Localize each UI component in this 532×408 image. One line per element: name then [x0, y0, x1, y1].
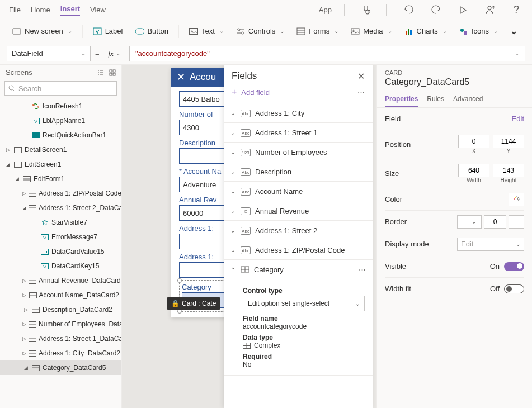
- tree-item-label: Address 1: Street 2_DataCar: [39, 204, 121, 212]
- tree-item[interactable]: IconRefresh1: [0, 99, 121, 113]
- tree-item[interactable]: ▷Number of Employees_Data: [0, 317, 121, 331]
- more-icon[interactable]: ⋯: [357, 88, 365, 97]
- menu-app[interactable]: App: [319, 6, 332, 14]
- tree-item[interactable]: ▷Account Name_DataCard2: [0, 288, 121, 302]
- tree-item-label: Number of Employees_Data: [39, 320, 121, 328]
- size-height-input[interactable]: [493, 164, 524, 177]
- menu-file[interactable]: File: [9, 6, 21, 14]
- svg-point-41: [515, 197, 516, 198]
- field-item[interactable]: ⌄ Abc Address 1: City: [224, 103, 373, 122]
- svg-rect-1: [13, 29, 21, 34]
- field-item[interactable]: ⌄ Abc Address 1: ZIP/Postal Code: [224, 240, 373, 259]
- field-item[interactable]: ⌄ Abc Address 1: Street 1: [224, 123, 373, 142]
- button-button[interactable]: Button: [129, 25, 174, 38]
- control-type-select[interactable]: Edit option set single-select⌄: [243, 296, 365, 311]
- field-item[interactable]: ⌄ Abc Account Name: [224, 182, 373, 201]
- field-label: Address 1: City: [255, 109, 304, 117]
- tree-item-label: Address 1: City_DataCard2: [39, 349, 120, 357]
- tree-item[interactable]: ◢EditForm1: [0, 172, 121, 186]
- edit-field-link[interactable]: Edit: [512, 115, 524, 123]
- close-icon[interactable]: ✕: [357, 71, 365, 82]
- tree-item[interactable]: RectQuickActionBar1: [0, 128, 121, 143]
- charts-button[interactable]: Charts⌄: [399, 25, 453, 38]
- close-icon[interactable]: ✕: [177, 71, 185, 83]
- menu-view[interactable]: View: [90, 6, 106, 14]
- diagnostics-icon[interactable]: [360, 3, 374, 17]
- size-width-input[interactable]: [458, 164, 489, 177]
- tree-item[interactable]: ▷Annual Revenue_DataCard2: [0, 273, 121, 288]
- icons-button[interactable]: Icons⌄: [454, 25, 503, 38]
- tab-rules[interactable]: Rules: [427, 92, 444, 107]
- canvas: ✕ Accou 4405 Balbo Number of 4300 Descri…: [122, 65, 376, 408]
- help-icon[interactable]: ?: [510, 3, 523, 17]
- tree-item[interactable]: ◢EditScreen1: [0, 157, 121, 172]
- position-x-input[interactable]: [458, 135, 489, 148]
- position-y-input[interactable]: [493, 135, 524, 148]
- border-color-button[interactable]: [509, 215, 524, 229]
- controls-button[interactable]: Controls⌄: [230, 25, 290, 38]
- field-item[interactable]: ⌄ Abc Address 1: Street 2: [224, 221, 373, 240]
- card-type-label: CARD: [377, 65, 532, 77]
- menu-insert[interactable]: Insert: [60, 4, 80, 16]
- tree-item-label: DetailScreen1: [25, 146, 67, 154]
- card-icon: [29, 204, 36, 212]
- tab-properties[interactable]: Properties: [385, 92, 418, 107]
- new-screen-button[interactable]: New screen⌄: [7, 25, 78, 38]
- tree-item[interactable]: LblAppName1: [0, 113, 121, 128]
- tree-item-label: Address 1: ZIP/Postal Code_: [39, 189, 121, 197]
- field-item[interactable]: ⌄ Abc Description: [224, 162, 373, 181]
- formula-input[interactable]: "accountcategorycode"⌄: [129, 46, 525, 61]
- card-icon: [29, 349, 36, 357]
- menu-home[interactable]: Home: [31, 6, 50, 14]
- more-icon[interactable]: ⋯: [359, 265, 366, 274]
- border-width-input[interactable]: [484, 215, 506, 229]
- add-field-button[interactable]: Add field: [241, 88, 270, 97]
- border-style-select[interactable]: — ⌄: [457, 215, 482, 229]
- menubar: File Home Insert View App ?: [0, 0, 532, 20]
- tree-item[interactable]: ▷Description_DataCard2: [0, 302, 121, 317]
- visible-toggle[interactable]: [504, 262, 524, 271]
- field-type-icon: ⊙: [241, 206, 251, 216]
- svg-rect-11: [406, 31, 407, 35]
- tree-item[interactable]: DataCardKey15: [0, 259, 121, 273]
- fields-title: Fields: [232, 70, 257, 82]
- play-icon[interactable]: [456, 3, 469, 17]
- search-input[interactable]: Search: [4, 81, 117, 96]
- display-mode-select[interactable]: Edit⌄: [457, 238, 524, 251]
- share-icon[interactable]: [483, 3, 496, 17]
- more-button[interactable]: ⌄: [505, 23, 523, 39]
- tree-item-label: Account Name_DataCard2: [39, 291, 119, 299]
- button-icon: [135, 27, 144, 36]
- widthfit-toggle[interactable]: [504, 284, 524, 293]
- field-item[interactable]: ⌃ Category ⋯: [224, 260, 373, 279]
- tree-item[interactable]: DataCardValue15: [0, 244, 121, 259]
- tab-advanced[interactable]: Advanced: [453, 92, 483, 107]
- tree-item[interactable]: ◢Category_DataCard5: [0, 360, 121, 375]
- fx-button[interactable]: fx⌄: [104, 49, 125, 58]
- list-view-icon[interactable]: [97, 69, 105, 76]
- tree-item[interactable]: ▷Address 1: Street 1_DataCar: [0, 331, 121, 346]
- field-item[interactable]: ⌄ ⊙ Annual Revenue: [224, 201, 373, 220]
- color-picker-button[interactable]: [509, 193, 524, 206]
- svg-rect-18: [110, 73, 112, 75]
- tree-item[interactable]: ErrorMessage7: [0, 230, 121, 244]
- tree-item[interactable]: ◢Address 1: Street 2_DataCar: [0, 201, 121, 215]
- label-button[interactable]: Label: [87, 25, 129, 38]
- field-item[interactable]: ⌄ 123 Number of Employees: [224, 143, 373, 162]
- media-button[interactable]: Media⌄: [345, 25, 397, 38]
- tree-item[interactable]: StarVisible7: [0, 215, 121, 230]
- undo-icon[interactable]: [402, 3, 416, 17]
- redo-icon[interactable]: [429, 3, 442, 17]
- property-selector[interactable]: DataField⌄: [7, 46, 91, 61]
- tree-item[interactable]: ▷Address 1: City_DataCard2: [0, 346, 121, 360]
- text-button[interactable]: Abc Text⌄: [183, 25, 229, 38]
- field-label: Address 1: ZIP/Postal Code: [255, 246, 345, 254]
- screens-tree[interactable]: IconRefresh1LblAppName1RectQuickActionBa…: [0, 99, 121, 408]
- forms-button[interactable]: Forms⌄: [291, 25, 344, 38]
- field-type-icon: [241, 266, 249, 273]
- tree-item[interactable]: ▷Address 1: ZIP/Postal Code_: [0, 186, 121, 201]
- field-type-icon: Abc: [241, 128, 251, 137]
- tree-item[interactable]: ▷DetailScreen1: [0, 143, 121, 157]
- tree-item-label: StarVisible7: [51, 219, 87, 226]
- grid-view-icon[interactable]: [109, 69, 116, 76]
